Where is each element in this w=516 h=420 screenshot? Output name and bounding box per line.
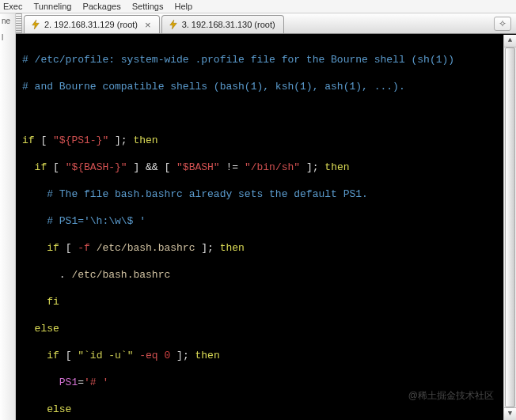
scrollbar-thumb[interactable]: [505, 47, 515, 407]
plus-icon: ✧: [499, 18, 507, 29]
app-window: Exec Tunneling Packages Settings Help ne…: [0, 0, 516, 420]
lightning-icon: [169, 20, 178, 29]
content-area: ne l 2. 192.168.31.129 (root) × 3. 192: [0, 13, 516, 420]
menu-exec[interactable]: Exec: [3, 2, 22, 11]
menu-tunneling[interactable]: Tunneling: [33, 2, 71, 11]
scrollbar-track[interactable]: [504, 47, 516, 407]
left-sidebar: ne l: [0, 13, 16, 420]
sidebar-fragment-0: ne: [2, 17, 10, 25]
menu-settings[interactable]: Settings: [132, 2, 164, 11]
lightning-icon: [31, 20, 40, 29]
add-tab-button[interactable]: ✧: [494, 17, 511, 31]
tab-label: 2. 192.168.31.129 (root): [44, 20, 138, 29]
tabbar-grip[interactable]: [16, 13, 22, 33]
close-icon[interactable]: ×: [145, 20, 151, 30]
menubar: Exec Tunneling Packages Settings Help: [0, 0, 516, 13]
watermark: @稀土掘金技术社区: [408, 389, 494, 403]
svg-marker-0: [32, 20, 40, 29]
menu-packages[interactable]: Packages: [82, 2, 120, 11]
menu-help[interactable]: Help: [174, 2, 192, 11]
main-pane: 2. 192.168.31.129 (root) × 3. 192.168.31…: [16, 13, 516, 420]
sidebar-fragment-1: l: [2, 33, 3, 42]
tab-label: 3. 192.168.31.130 (root): [182, 20, 275, 29]
tab-bar: 2. 192.168.31.129 (root) × 3. 192.168.31…: [16, 13, 516, 34]
tab-session-2[interactable]: 3. 192.168.31.130 (root): [161, 15, 284, 33]
terminal-view[interactable]: # /etc/profile: system-wide .profile fil…: [16, 34, 516, 420]
scroll-down-arrow-icon[interactable]: ▼: [504, 407, 516, 420]
tab-session-1[interactable]: 2. 192.168.31.129 (root) ×: [24, 15, 160, 33]
svg-marker-1: [169, 20, 176, 29]
scroll-up-arrow-icon[interactable]: ▲: [504, 35, 516, 47]
vertical-scrollbar[interactable]: ▲ ▼: [503, 35, 516, 420]
